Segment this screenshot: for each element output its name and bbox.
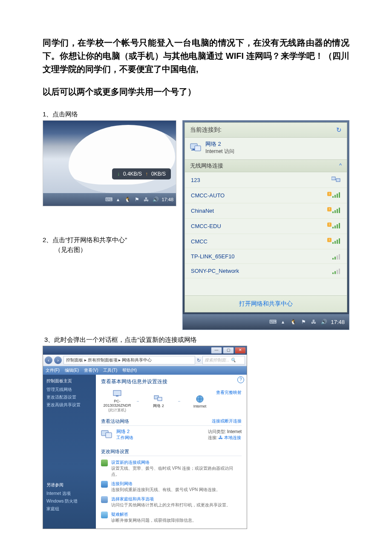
wifi-name: TP-LINK_65EF10 <box>191 253 235 260</box>
wifi-item-cmcc-edu[interactable]: CMCC-EDU ! <box>185 219 347 234</box>
open-network-center-link[interactable]: 打开网络和共享中心 <box>239 300 293 307</box>
menu-file[interactable]: 文件(F) <box>46 366 60 375</box>
wifi-item-sony[interactable]: SONY-PC_Network <box>185 264 347 278</box>
node-pc-sub: (此计算机) <box>101 408 133 413</box>
tray-chevron-icon[interactable]: ▴ <box>115 196 121 203</box>
task-connect-network[interactable]: 连接到网络连接到或重新连接到无线、有线、拨号或 VPN 网络连接。 <box>101 479 242 494</box>
local-connection-link[interactable]: 本地连接 <box>224 435 241 440</box>
side-link-internet-options[interactable]: Internet 选项 <box>46 491 92 497</box>
volume-icon[interactable]: 🔊 <box>152 196 159 203</box>
active-network-row[interactable]: 网络 2 工作网络 访问类型: Internet 连接: 🖧 本地连接 <box>101 428 242 443</box>
step1-label: 1、点击网络 <box>43 110 349 119</box>
change-settings-header: 更改网络设置 <box>101 448 242 456</box>
active-net-name: 网络 2 <box>116 428 133 435</box>
wifi-item-cmcc[interactable]: CMCC ! <box>185 234 347 249</box>
side-link-firewall[interactable]: Windows 防火墙 <box>46 498 92 504</box>
menu-edit[interactable]: 编辑(E) <box>65 366 79 375</box>
task-desc: 诊断并修复网络问题，或获得故障排除信息。 <box>111 517 196 523</box>
window-titlebar[interactable]: — ▢ ✕ <box>43 346 247 355</box>
menu-help[interactable]: 帮助(H) <box>122 366 137 375</box>
close-button[interactable]: ✕ <box>235 347 246 354</box>
side-link-wireless[interactable]: 管理无线网络 <box>46 387 92 393</box>
flyout-header: 当前连接到: <box>190 126 222 134</box>
menu-tools[interactable]: 工具(T) <box>103 366 117 375</box>
signal-icon <box>332 223 341 228</box>
qq-icon[interactable]: 🐧 <box>124 196 131 203</box>
screenshot-wifi-flyout: 当前连接到: ↻ 网络 2 Internet 访问 无线网络连接 <box>182 120 349 330</box>
wifi-item-chinanet[interactable]: ChinaNet ! <box>185 203 347 219</box>
refresh-icon[interactable]: ↻ <box>197 358 201 363</box>
task-title: 连接到网络 <box>111 481 220 487</box>
wifi-name: CMCC-EDU <box>191 223 221 229</box>
forward-button[interactable]: › <box>54 356 62 364</box>
side-link-sharing[interactable]: 更改高级共享设置 <box>46 402 92 408</box>
task-troubleshoot[interactable]: 疑难解答诊断并修复网络问题，或获得故障排除信息。 <box>101 510 242 525</box>
collapse-icon[interactable]: ^ <box>339 162 342 170</box>
qq-icon[interactable]: 🐧 <box>290 318 297 325</box>
side-link-homegroup[interactable]: 家庭组 <box>46 506 92 512</box>
full-map-link[interactable]: 查看完整映射 <box>216 390 242 396</box>
signal-icon <box>332 192 341 198</box>
setup-connection-icon <box>101 460 108 466</box>
search-input[interactable]: 搜索控制面... 🔍 <box>202 356 245 364</box>
minimize-button[interactable]: — <box>211 347 222 354</box>
access-type-value: Internet <box>227 429 242 434</box>
task-homegroup[interactable]: 选择家庭组和共享选项访问位于其他网络计算机上的文件和打印机，或更改共享设置。 <box>101 494 242 510</box>
side-home[interactable]: 控制面板主页 <box>46 378 92 384</box>
network-monitor-icon <box>190 143 201 153</box>
wifi-name: CMCC <box>191 238 208 245</box>
wifi-name: SONY-PC_Network <box>191 268 239 274</box>
task-title: 选择家庭组和共享选项 <box>111 496 231 502</box>
open-shield-icon: ! <box>327 207 331 211</box>
back-button[interactable]: ‹ <box>45 356 52 364</box>
node-network-name: 网络 2 <box>142 403 175 409</box>
download-speed: 0.4KB/S <box>123 171 142 177</box>
active-net-type[interactable]: 工作网络 <box>116 435 133 441</box>
screenshot-taskbar: ↓ 0.4KB/S ↑ 0KB/S ⌨ ▴ 🐧 ⚑ 🖧 🔊 17:48 <box>43 120 176 206</box>
connected-network-name: 网络 2 <box>205 140 234 148</box>
open-shield-icon: ! <box>327 223 331 227</box>
node-internet-name: Internet <box>184 404 216 408</box>
help-icon[interactable]: ? <box>237 376 244 383</box>
network-map: PC-20130326ZNDR (此计算机) 网络 2 Internet <box>101 390 216 413</box>
maximize-button[interactable]: ▢ <box>223 347 234 354</box>
clock[interactable]: 17:48 <box>331 319 345 325</box>
network-icon[interactable]: 🖧 <box>143 196 150 203</box>
access-type-label: 访问类型: <box>208 429 226 434</box>
menu-view[interactable]: 查看(V) <box>84 366 98 375</box>
desktop-wallpaper <box>69 125 176 193</box>
computer-icon <box>112 390 122 398</box>
tray-chevron-icon[interactable]: ▴ <box>280 318 286 325</box>
keyboard-icon[interactable]: ⌨ <box>105 196 112 203</box>
wifi-item-cmcc-auto[interactable]: CMCC-AUTO ! <box>185 188 347 203</box>
connect-disconnect-link[interactable]: 连接或断开连接 <box>212 418 242 425</box>
menu-bar[interactable]: 文件(F) 编辑(E) 查看(V) 工具(T) 帮助(H) <box>43 366 247 375</box>
step2-label: 2、点击“打开网络和共享中心” <box>43 236 176 244</box>
task-desc: 连接到或重新连接到无线、有线、拨号或 VPN 网络连接。 <box>111 487 220 493</box>
refresh-icon[interactable]: ↻ <box>336 126 342 134</box>
wifi-item-tplink[interactable]: TP-LINK_65EF10 <box>185 249 347 264</box>
side-link-adapter[interactable]: 更改适配器设置 <box>46 394 92 400</box>
breadcrumb[interactable]: 控制面板 ▸ 所有控制面板项 ▸ 网络和共享中心 <box>63 356 195 364</box>
adhoc-icon <box>331 176 341 184</box>
wifi-flyout: 当前连接到: ↻ 网络 2 Internet 访问 无线网络连接 <box>184 122 347 312</box>
taskbar: ⌨ ▴ 🐧 ⚑ 🖧 🔊 17:48 <box>43 193 176 206</box>
action-center-icon[interactable]: ⚑ <box>300 318 307 325</box>
network-icon[interactable]: 🖧 <box>310 318 317 325</box>
current-connection[interactable]: 网络 2 Internet 访问 <box>185 138 347 159</box>
task-setup-connection[interactable]: 设置新的连接或网络设置无线、宽带、拨号、临时或 VPN 连接；或设置路由器或访问… <box>101 458 242 479</box>
keyboard-icon[interactable]: ⌨ <box>269 318 276 325</box>
taskbar-large: ⌨ ▴ 🐧 ⚑ 🖧 🔊 17:48 <box>183 314 349 330</box>
volume-icon[interactable]: 🔊 <box>320 318 327 325</box>
signal-weak-icon <box>332 268 341 274</box>
task-desc: 访问位于其他网络计算机上的文件和打印机，或更改共享设置。 <box>111 502 231 508</box>
intro-p2: 以后可以两个或更多同学共用一个号了） <box>43 85 349 98</box>
signal-weak-icon <box>332 254 341 260</box>
action-center-icon[interactable]: ⚑ <box>133 196 140 203</box>
main-title: 查看基本网络信息并设置连接 <box>101 378 242 385</box>
task-desc: 设置无线、宽带、拨号、临时或 VPN 连接；或设置路由器或访问点。 <box>111 465 242 477</box>
signal-icon <box>332 238 341 244</box>
wifi-item-123[interactable]: 123 <box>185 172 347 188</box>
network-monitor-icon <box>101 430 112 439</box>
clock[interactable]: 17:48 <box>161 197 173 202</box>
